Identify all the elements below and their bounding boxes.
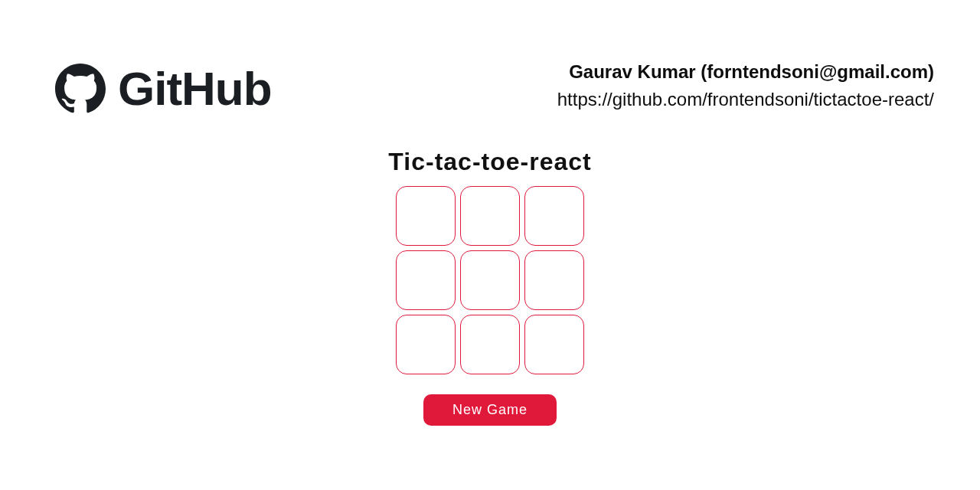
author-meta: Gaurav Kumar (forntendsoni@gmail.com) ht…	[557, 61, 934, 110]
board-cell[interactable]	[524, 250, 584, 310]
board-row	[394, 184, 586, 248]
game-title: Tic-tac-toe-react	[0, 148, 980, 176]
github-logo: GitHub	[55, 61, 272, 116]
page-root: GitHub Gaurav Kumar (forntendsoni@gmail.…	[0, 0, 980, 490]
header: GitHub Gaurav Kumar (forntendsoni@gmail.…	[0, 61, 980, 130]
board-row	[394, 312, 586, 377]
controls: New Game	[0, 377, 980, 426]
board-cell[interactable]	[396, 250, 456, 310]
board-row	[394, 248, 586, 312]
new-game-button[interactable]: New Game	[423, 394, 557, 426]
github-wordmark: GitHub	[118, 61, 272, 116]
board-cell[interactable]	[460, 250, 520, 310]
board-cell[interactable]	[524, 315, 584, 374]
author-name-email: Gaurav Kumar (forntendsoni@gmail.com)	[557, 61, 934, 83]
board-cell[interactable]	[460, 315, 520, 374]
board-cell[interactable]	[396, 186, 456, 246]
board-cell[interactable]	[524, 186, 584, 246]
game-board	[394, 184, 586, 377]
board-cell[interactable]	[460, 186, 520, 246]
github-mark-icon	[55, 64, 106, 114]
repo-url[interactable]: https://github.com/frontendsoni/tictacto…	[557, 89, 934, 110]
board-cell[interactable]	[396, 315, 456, 374]
game-area: Tic-tac-toe-react New Game	[0, 148, 980, 426]
